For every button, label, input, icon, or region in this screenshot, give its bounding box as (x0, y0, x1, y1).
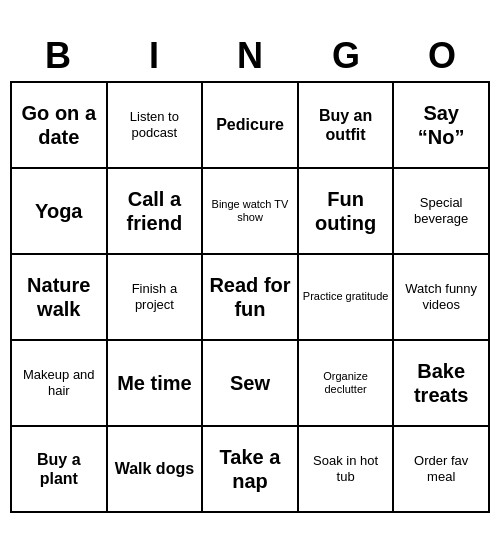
bingo-cell-12[interactable]: Read for fun (203, 255, 299, 341)
cell-text: Special beverage (398, 195, 484, 226)
bingo-cell-10[interactable]: Nature walk (12, 255, 108, 341)
cell-text: Soak in hot tub (303, 453, 389, 484)
header-letter: N (202, 31, 298, 81)
cell-text: Say “No” (398, 101, 484, 149)
bingo-cell-21[interactable]: Walk dogs (108, 427, 204, 513)
cell-text: Bake treats (398, 359, 484, 407)
cell-text: Sew (230, 371, 270, 395)
cell-text: Listen to podcast (112, 109, 198, 140)
bingo-cell-15[interactable]: Makeup and hair (12, 341, 108, 427)
bingo-cell-4[interactable]: Say “No” (394, 83, 490, 169)
bingo-cell-6[interactable]: Call a friend (108, 169, 204, 255)
bingo-cell-13[interactable]: Practice gratitude (299, 255, 395, 341)
cell-text: Read for fun (207, 273, 293, 321)
bingo-cell-22[interactable]: Take a nap (203, 427, 299, 513)
bingo-cell-14[interactable]: Watch funny videos (394, 255, 490, 341)
cell-text: Fun outing (303, 187, 389, 235)
cell-text: Pedicure (216, 115, 284, 134)
header-letter: G (298, 31, 394, 81)
bingo-cell-18[interactable]: Organize declutter (299, 341, 395, 427)
bingo-cell-0[interactable]: Go on a date (12, 83, 108, 169)
bingo-cell-2[interactable]: Pedicure (203, 83, 299, 169)
cell-text: Take a nap (207, 445, 293, 493)
cell-text: Call a friend (112, 187, 198, 235)
cell-text: Organize declutter (303, 370, 389, 396)
cell-text: Nature walk (16, 273, 102, 321)
cell-text: Order fav meal (398, 453, 484, 484)
cell-text: Go on a date (16, 101, 102, 149)
cell-text: Practice gratitude (303, 290, 389, 303)
cell-text: Makeup and hair (16, 367, 102, 398)
bingo-cell-16[interactable]: Me time (108, 341, 204, 427)
cell-text: Yoga (35, 199, 82, 223)
header-letter: O (394, 31, 490, 81)
bingo-grid: Go on a dateListen to podcastPedicureBuy… (10, 81, 490, 513)
bingo-cell-7[interactable]: Binge watch TV show (203, 169, 299, 255)
bingo-cell-9[interactable]: Special beverage (394, 169, 490, 255)
bingo-cell-3[interactable]: Buy an outfit (299, 83, 395, 169)
header-letter: I (106, 31, 202, 81)
bingo-cell-11[interactable]: Finish a project (108, 255, 204, 341)
bingo-cell-17[interactable]: Sew (203, 341, 299, 427)
cell-text: Walk dogs (115, 459, 194, 478)
bingo-cell-5[interactable]: Yoga (12, 169, 108, 255)
bingo-cell-19[interactable]: Bake treats (394, 341, 490, 427)
cell-text: Watch funny videos (398, 281, 484, 312)
bingo-cell-1[interactable]: Listen to podcast (108, 83, 204, 169)
bingo-cell-20[interactable]: Buy a plant (12, 427, 108, 513)
header-letter: B (10, 31, 106, 81)
cell-text: Me time (117, 371, 191, 395)
cell-text: Buy a plant (16, 450, 102, 488)
bingo-cell-24[interactable]: Order fav meal (394, 427, 490, 513)
bingo-header: BINGO (10, 31, 490, 81)
bingo-cell-23[interactable]: Soak in hot tub (299, 427, 395, 513)
cell-text: Buy an outfit (303, 106, 389, 144)
cell-text: Finish a project (112, 281, 198, 312)
cell-text: Binge watch TV show (207, 198, 293, 224)
bingo-cell-8[interactable]: Fun outing (299, 169, 395, 255)
